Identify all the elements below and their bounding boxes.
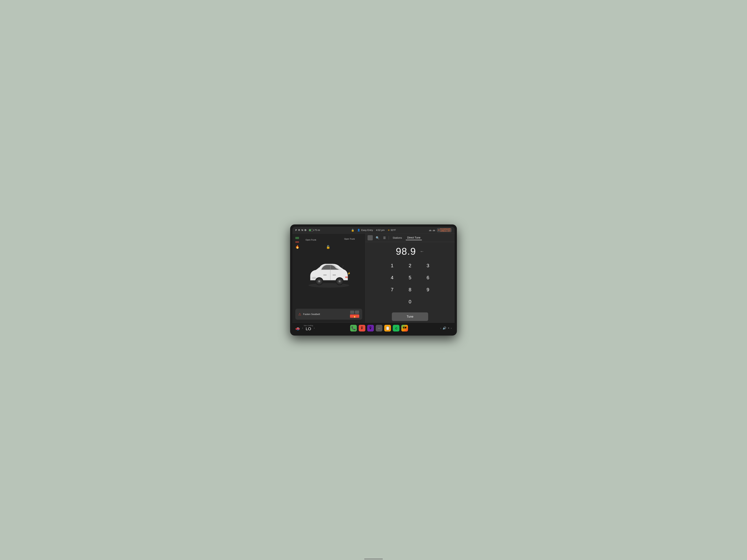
- climate-info: Max Cooling LO: [304, 325, 313, 331]
- app-cam[interactable]: 🎙: [367, 325, 374, 331]
- tab-direct-tune[interactable]: Direct Tune: [406, 235, 422, 240]
- key-6[interactable]: 6: [420, 273, 436, 283]
- key-5[interactable]: 5: [402, 273, 418, 283]
- person-icon: 👤: [357, 229, 360, 232]
- frequency-number: 98.9: [396, 246, 416, 257]
- status-center: 🔒 👤 Easy Entry 4:02 pm ☀ 93°F: [334, 229, 413, 232]
- radio-main: 98.9 ← 1 2 3 4 5 6 7 8 9 0: [365, 242, 455, 323]
- key-3[interactable]: 3: [420, 261, 436, 271]
- car-svg: ⚡: [303, 256, 355, 289]
- seatbelt-text: Fasten Seatbelt: [303, 313, 348, 316]
- app-dots[interactable]: ···: [376, 325, 382, 331]
- volume-icon[interactable]: 🔊: [443, 326, 446, 330]
- svg-rect-6: [345, 276, 348, 278]
- battery-info: 75 mi: [309, 229, 320, 232]
- status-bar: P R N D 75 mi 🔒 👤 Easy Entry 4:02 pm ☀: [292, 227, 455, 234]
- toolbar-separator: [389, 236, 389, 240]
- bottom-bar: 🚗 ‹ Max Cooling LO › 📞 🎙 🎙 ···: [292, 323, 455, 334]
- mute-x-icon[interactable]: ✕: [448, 327, 449, 329]
- climate-value: LO: [306, 327, 311, 331]
- lock-icon: 🔒: [351, 229, 354, 232]
- rear-person-icon: 🔥: [353, 315, 356, 318]
- svg-text:⚡: ⚡: [347, 272, 351, 275]
- driver-mode: 👤 Easy Entry: [357, 229, 373, 232]
- climate-control: ‹ Max Cooling LO ›: [302, 325, 315, 331]
- left-panel: 🔥 Open Frunk Open Trunk 🔓: [292, 234, 365, 323]
- temperature: 93°F: [391, 229, 396, 232]
- current-time: 4:02 pm: [376, 229, 385, 232]
- bottom-apps: 📞 🎙 🎙 ··· 📋 ♫ 🗺: [325, 325, 433, 331]
- backspace-button[interactable]: ←: [420, 249, 424, 254]
- climate-next-arrow[interactable]: ›: [314, 326, 315, 329]
- key-7[interactable]: 7: [384, 285, 400, 295]
- mountain-icons: ⛰ ⛰: [429, 229, 435, 232]
- main-screen: P R N D 75 mi 🔒 👤 Easy Entry 4:02 pm ☀: [292, 227, 455, 334]
- battery-icon: [309, 229, 313, 231]
- svg-point-0: [308, 283, 349, 288]
- next-arrow[interactable]: ›: [451, 327, 452, 330]
- tab-stations[interactable]: Stations: [391, 236, 404, 240]
- svg-point-5: [312, 277, 316, 279]
- tune-button[interactable]: Tune: [392, 313, 428, 321]
- seatbelt-warning: ⚠ Fasten Seatbelt 🔥: [295, 309, 362, 320]
- svg-point-10: [319, 281, 320, 282]
- frequency-display: 98.9 ←: [396, 246, 424, 257]
- airbag-text: PASSENGERAIRBAG OFF: [440, 228, 450, 232]
- gear-indicator: P R N D: [295, 229, 307, 232]
- driver-mode-label: Easy Entry: [361, 229, 373, 232]
- app-maps[interactable]: 🗺: [401, 325, 408, 331]
- bottom-left: 🚗 ‹ Max Cooling LO ›: [295, 325, 325, 331]
- airbag-badge: ✕ PASSENGERAIRBAG OFF: [437, 228, 452, 233]
- seat-fr: [355, 311, 359, 314]
- notification-dot: [298, 329, 299, 330]
- warning-icon: ⚠: [298, 312, 301, 316]
- key-9[interactable]: 9: [420, 285, 436, 295]
- airbag-x-icon: ✕: [438, 229, 439, 231]
- car-image: ⚡: [303, 256, 355, 289]
- key-2[interactable]: 2: [402, 261, 418, 271]
- battery-fill: [309, 230, 311, 231]
- app-notes[interactable]: 📋: [384, 325, 391, 331]
- seat-fl: [350, 311, 354, 314]
- weather-display: ☀ 93°F: [388, 229, 396, 232]
- seat-rear: 🔥: [350, 315, 359, 318]
- radio-thumbnail: [367, 235, 373, 240]
- app-music[interactable]: 🎙: [359, 325, 365, 331]
- main-content: 🔥 Open Frunk Open Trunk 🔓: [292, 234, 455, 323]
- screen-bezel: P R N D 75 mi 🔒 👤 Easy Entry 4:02 pm ☀: [290, 224, 457, 336]
- bottom-right: ‹ 🔊 ✕ ›: [433, 326, 452, 330]
- seat-diagram: 🔥: [350, 311, 359, 318]
- svg-rect-4: [333, 275, 336, 275]
- open-trunk-label[interactable]: Open Trunk: [344, 238, 355, 240]
- svg-rect-3: [323, 275, 327, 275]
- app-spotify[interactable]: ♫: [393, 325, 400, 331]
- battery-miles: 75 mi: [314, 229, 320, 232]
- list-icon[interactable]: ☰: [382, 235, 386, 240]
- key-0[interactable]: 0: [402, 297, 418, 307]
- search-icon[interactable]: 🔍: [375, 235, 380, 240]
- climate-prev-arrow[interactable]: ‹: [302, 326, 303, 329]
- car-view-area: Open Frunk Open Trunk 🔓: [295, 237, 362, 309]
- prev-arrow[interactable]: ‹: [440, 327, 441, 330]
- status-left: P R N D 75 mi: [295, 229, 334, 232]
- app-phone[interactable]: 📞: [350, 325, 357, 331]
- key-4[interactable]: 4: [384, 273, 400, 283]
- sun-icon: ☀: [388, 229, 390, 232]
- key-1[interactable]: 1: [384, 261, 400, 271]
- radio-panel: 🔍 ☰ Stations Direct Tune 98.9 ← 1 2: [365, 234, 455, 323]
- lock-car-icon[interactable]: 🔓: [326, 245, 330, 249]
- status-right: ⛰ ⛰ ✕ PASSENGERAIRBAG OFF: [413, 228, 452, 233]
- svg-point-14: [339, 281, 340, 282]
- keypad: 1 2 3 4 5 6 7 8 9 0: [384, 261, 436, 307]
- radio-toolbar: 🔍 ☰ Stations Direct Tune: [365, 234, 455, 242]
- open-frunk-label[interactable]: Open Frunk: [306, 239, 316, 241]
- key-8[interactable]: 8: [402, 285, 418, 295]
